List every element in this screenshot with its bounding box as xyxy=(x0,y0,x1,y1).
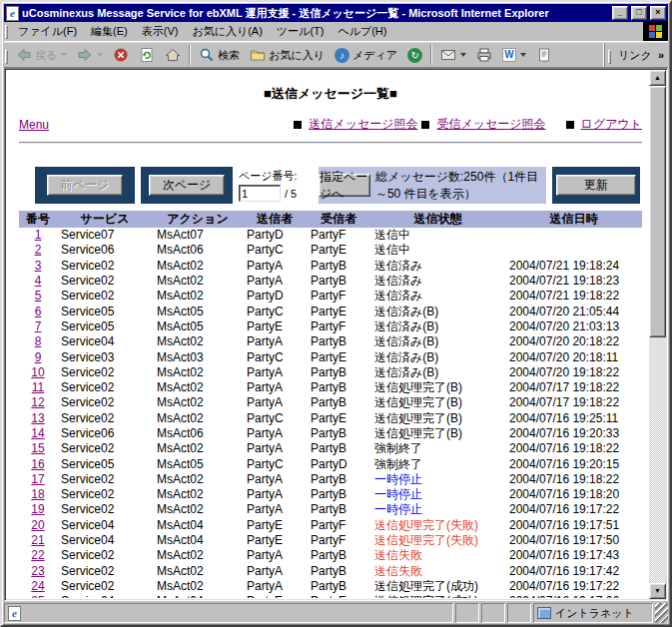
table-row: 11Service02MsAct02PartyAPartyB送信処理完了(B)2… xyxy=(19,380,642,395)
logout-link[interactable]: ログアウト xyxy=(581,116,642,133)
scroll-down-icon[interactable]: ▼ xyxy=(649,583,666,599)
home-button[interactable] xyxy=(160,43,186,67)
received-message-inquiry-link[interactable]: 受信メッセージ照会 xyxy=(436,116,545,133)
refresh-button[interactable] xyxy=(134,43,160,67)
cell-status: 送信処理完了(B) xyxy=(370,411,505,426)
row-number-link[interactable]: 8 xyxy=(35,334,42,348)
row-number-link[interactable]: 2 xyxy=(35,243,42,257)
cell-sender: PartyA xyxy=(243,395,307,410)
stop-button[interactable] xyxy=(108,43,134,67)
cell-number: 22 xyxy=(19,548,57,563)
cell-receiver: PartyB xyxy=(307,487,370,502)
cell-status: 送信処理完了(成功) xyxy=(370,594,505,598)
header-receiver: 受信者 xyxy=(307,211,370,228)
menu-link[interactable]: Menu xyxy=(19,118,49,132)
row-number-link[interactable]: 18 xyxy=(31,487,44,501)
cell-datetime: 2004/07/16 19:17:51 xyxy=(505,518,642,533)
minimize-icon[interactable]: _ xyxy=(612,6,628,20)
maximize-icon[interactable]: □ xyxy=(631,6,647,20)
menubar-grip[interactable] xyxy=(5,25,8,39)
cell-number: 2 xyxy=(19,243,57,258)
row-number-link[interactable]: 16 xyxy=(31,457,44,471)
cell-sender: PartyA xyxy=(243,380,307,395)
row-number-link[interactable]: 3 xyxy=(35,259,42,273)
table-row: 8Service04MsAct02PartyAPartyB送信済み(B)2004… xyxy=(19,334,642,349)
menu-help[interactable]: ヘルプ(H) xyxy=(331,22,393,41)
links-chevron-icon[interactable]: » xyxy=(654,49,668,61)
cell-number: 14 xyxy=(19,426,57,441)
status-pane-2 xyxy=(481,603,505,623)
menu-view[interactable]: 表示(V) xyxy=(135,22,186,41)
header-service: サービス xyxy=(57,211,153,228)
edit-button[interactable]: W xyxy=(497,43,531,67)
cell-number: 25 xyxy=(19,594,57,598)
forward-button xyxy=(72,43,108,67)
page-number-input[interactable] xyxy=(239,185,281,202)
next-page-button[interactable]: 次ページ xyxy=(149,175,225,196)
nav-links: 送信メッセージ照会 受信メッセージ照会 ログアウト xyxy=(294,116,642,133)
row-number-link[interactable]: 24 xyxy=(31,579,44,593)
page-number-label: ページ番号: xyxy=(239,169,313,184)
cell-number: 11 xyxy=(19,380,57,395)
table-row: 13Service02MsAct02PartyCPartyE送信処理完了(B)2… xyxy=(19,411,642,426)
goto-page-button[interactable]: 指定ページへ xyxy=(319,174,370,197)
row-number-link[interactable]: 11 xyxy=(32,380,44,394)
cell-datetime: 2004/07/20 20:18:22 xyxy=(505,334,642,349)
row-number-link[interactable]: 23 xyxy=(31,564,44,578)
row-number-link[interactable]: 4 xyxy=(35,274,42,288)
row-number-link[interactable]: 9 xyxy=(35,350,42,364)
cell-sender: PartyC xyxy=(243,243,307,258)
toolbar-grip[interactable] xyxy=(5,50,8,64)
cell-action: MsAct02 xyxy=(153,395,243,410)
menu-tools[interactable]: ツール(T) xyxy=(270,22,332,41)
menu-file[interactable]: ファイル(F) xyxy=(11,22,84,41)
refresh-list-button[interactable]: 更新 xyxy=(556,175,636,196)
row-number-link[interactable]: 25 xyxy=(31,594,44,598)
cell-sender: PartyC xyxy=(243,456,307,471)
search-button[interactable]: 検索 xyxy=(194,43,245,67)
vertical-scrollbar[interactable]: ▲ ▼ xyxy=(649,70,666,599)
row-number-link[interactable]: 14 xyxy=(31,426,44,440)
cell-datetime: 2004/07/21 19:18:23 xyxy=(505,274,642,289)
row-number-link[interactable]: 20 xyxy=(31,518,44,532)
close-icon[interactable]: × xyxy=(650,6,666,20)
table-row: 12Service02MsAct02PartyAPartyB送信処理完了(B)2… xyxy=(19,395,642,410)
print-button[interactable] xyxy=(471,43,497,67)
row-number-link[interactable]: 7 xyxy=(35,319,42,333)
discuss-button[interactable] xyxy=(531,43,557,67)
scroll-up-icon[interactable]: ▲ xyxy=(649,70,666,86)
row-number-link[interactable]: 5 xyxy=(35,289,42,303)
resize-grip[interactable] xyxy=(655,603,668,623)
menu-favorites[interactable]: お気に入り(A) xyxy=(185,22,269,41)
header-datetime: 送信日時 xyxy=(505,211,642,228)
cell-status: 送信済み(B) xyxy=(370,304,505,318)
menu-edit[interactable]: 編集(E) xyxy=(84,22,135,41)
row-number-link[interactable]: 17 xyxy=(31,472,44,486)
cell-receiver: PartyB xyxy=(307,380,370,395)
sent-message-inquiry-link[interactable]: 送信メッセージ照会 xyxy=(309,116,417,133)
row-number-link[interactable]: 1 xyxy=(35,228,42,242)
scrollbar-track[interactable] xyxy=(649,337,666,583)
cell-datetime: 2004/07/16 19:17:43 xyxy=(505,548,642,563)
media-button[interactable]: ♪ メディア xyxy=(330,43,402,67)
favorites-button[interactable]: お気に入り xyxy=(245,43,330,67)
cell-receiver: PartyB xyxy=(307,564,370,579)
mail-button[interactable] xyxy=(435,43,471,67)
row-number-link[interactable]: 22 xyxy=(31,548,44,562)
row-number-link[interactable]: 15 xyxy=(31,441,44,455)
cell-datetime: 2004/07/16 19:17:22 xyxy=(505,579,642,594)
scrollbar-thumb[interactable] xyxy=(649,86,666,337)
cell-action: MsAct02 xyxy=(153,411,243,426)
row-number-link[interactable]: 21 xyxy=(31,533,44,547)
row-number-link[interactable]: 10 xyxy=(31,365,44,379)
cell-number: 24 xyxy=(19,579,57,594)
edit-dropdown-icon xyxy=(520,53,526,57)
history-button[interactable]: ↻ xyxy=(402,43,427,67)
row-number-link[interactable]: 13 xyxy=(31,411,44,425)
row-number-link[interactable]: 12 xyxy=(31,395,44,409)
row-number-link[interactable]: 6 xyxy=(35,305,42,318)
row-number-link[interactable]: 19 xyxy=(31,502,44,516)
links-grip[interactable] xyxy=(608,50,611,64)
cell-service: Service05 xyxy=(57,456,153,471)
links-label[interactable]: リンク xyxy=(614,48,654,63)
